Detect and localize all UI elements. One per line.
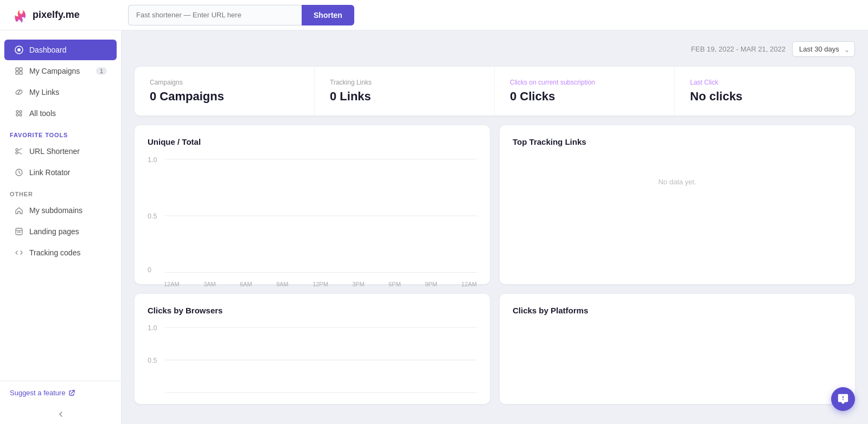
stat-clicks: Clicks on current subscription 0 Clicks (495, 67, 675, 115)
svg-point-9 (20, 114, 22, 116)
clicks-by-platforms-card: Clicks by Platforms (500, 294, 855, 404)
stat-clicks-value: 0 Clicks (510, 89, 659, 104)
stat-links-value: 0 Links (330, 89, 479, 104)
logo-icon (11, 7, 28, 24)
sidebar-item-all-tools-label: All tools (29, 109, 56, 118)
code-icon (14, 248, 24, 258)
dashboard-icon (14, 45, 24, 55)
sidebar-item-my-campaigns-label: My Campaigns (29, 67, 80, 75)
sidebar-item-tracking-codes-label: Tracking codes (29, 248, 80, 257)
shorten-button[interactable]: Shorten (302, 5, 354, 25)
svg-point-8 (16, 114, 18, 116)
app-body: Dashboard My Campaigns 1 My Links Al (0, 30, 868, 424)
sidebar-item-tracking-codes[interactable]: Tracking codes (4, 242, 117, 263)
sidebar-footer: Suggest a feature (0, 381, 121, 404)
svg-point-7 (20, 111, 22, 113)
sidebar-item-landing-pages[interactable]: Landing pages (4, 221, 117, 242)
stat-clicks-label: Clicks on current subscription (510, 79, 659, 86)
stats-row: Campaigns 0 Campaigns Tracking Links 0 L… (135, 67, 855, 115)
favorite-tools-section-label: FAVORITE TOOLS (0, 124, 121, 140)
top-tracking-links-card: Top Tracking Links No data yet. (500, 125, 855, 284)
sidebar-collapse-button[interactable] (0, 404, 121, 424)
sidebar-item-all-tools[interactable]: All tools (4, 103, 117, 124)
sidebar-item-link-rotator-label: Link Rotator (29, 168, 70, 177)
unique-total-chart-card: Unique / Total 1.0 0.5 0 (135, 125, 490, 284)
unique-total-chart: 1.0 0.5 0 12AM 3AM 6AM 9AM (148, 156, 477, 275)
charts-row-2: Clicks by Browsers 1.0 0.5 Clicks by Pla… (135, 294, 855, 404)
sidebar: Dashboard My Campaigns 1 My Links Al (0, 30, 122, 424)
other-section-label: OTHER (0, 183, 121, 200)
top-tracking-links-title: Top Tracking Links (513, 137, 842, 146)
sidebar-item-url-shortener-label: URL Shortener (29, 147, 80, 156)
chat-bubble-icon (837, 393, 849, 405)
unique-total-svg: 1.0 0.5 0 (148, 156, 477, 275)
stat-links: Tracking Links 0 Links (315, 67, 495, 115)
charts-row-1: Unique / Total 1.0 0.5 0 (135, 125, 855, 284)
x-axis-labels: 12AM 3AM 6AM 9AM 12PM 3PM 6PM 9PM 12AM (164, 278, 477, 287)
svg-rect-13 (16, 228, 22, 235)
svg-rect-3 (20, 68, 22, 70)
stat-last-click: Last Click No clicks (675, 67, 855, 115)
logo-text: pixelfy.me (33, 9, 80, 21)
chevron-left-icon (56, 410, 65, 419)
svg-rect-5 (20, 72, 22, 74)
stat-campaigns: Campaigns 0 Campaigns (135, 67, 315, 115)
logo: pixelfy.me (11, 7, 119, 24)
main-content: FEB 19, 2022 - MAR 21, 2022 Last 7 days … (122, 30, 868, 424)
campaigns-icon (14, 66, 24, 76)
svg-rect-2 (16, 68, 18, 70)
sidebar-item-dashboard[interactable]: Dashboard (4, 40, 117, 60)
sidebar-item-url-shortener[interactable]: URL Shortener (4, 141, 117, 162)
sidebar-nav: Dashboard My Campaigns 1 My Links Al (0, 30, 121, 381)
tools-icon (14, 108, 24, 118)
svg-point-6 (16, 111, 18, 113)
svg-rect-4 (16, 72, 18, 74)
stat-links-label: Tracking Links (330, 79, 479, 86)
svg-text:0.5: 0.5 (148, 212, 157, 220)
sidebar-item-landing-pages-label: Landing pages (29, 227, 79, 236)
rotator-icon (14, 168, 24, 177)
stat-last-click-value: No clicks (690, 89, 840, 104)
url-input-wrap: Shorten (128, 5, 354, 25)
date-select-wrap: Last 7 days Last 30 days Last 90 days Cu… (792, 41, 855, 57)
date-range-text: FEB 19, 2022 - MAR 21, 2022 (691, 45, 786, 53)
sidebar-item-my-links[interactable]: My Links (4, 82, 117, 102)
clicks-by-browsers-card: Clicks by Browsers 1.0 0.5 (135, 294, 490, 404)
stat-campaigns-value: 0 Campaigns (150, 89, 299, 104)
clicks-by-browsers-svg: 1.0 0.5 (148, 325, 477, 395)
topbar: pixelfy.me Shorten (0, 0, 868, 30)
svg-text:0: 0 (148, 266, 151, 274)
sidebar-item-my-subdomains[interactable]: My subdomains (4, 200, 117, 221)
date-range-select[interactable]: Last 7 days Last 30 days Last 90 days Cu… (792, 41, 855, 57)
sidebar-item-my-links-label: My Links (29, 88, 59, 97)
stat-campaigns-label: Campaigns (150, 79, 299, 86)
external-link-icon (68, 389, 75, 396)
svg-text:1.0: 1.0 (148, 325, 157, 332)
clicks-by-browsers-title: Clicks by Browsers (148, 306, 477, 315)
sidebar-item-my-campaigns[interactable]: My Campaigns 1 (4, 61, 117, 81)
stat-last-click-label: Last Click (690, 79, 840, 86)
sidebar-item-dashboard-label: Dashboard (29, 46, 67, 54)
top-tracking-links-no-data: No data yet. (513, 156, 842, 208)
svg-text:1.0: 1.0 (148, 156, 157, 164)
suggest-feature-link[interactable]: Suggest a feature (10, 389, 111, 397)
chat-bubble-button[interactable] (831, 387, 855, 411)
svg-text:0.5: 0.5 (148, 357, 157, 364)
clicks-by-browsers-chart: 1.0 0.5 (148, 325, 477, 395)
clicks-by-platforms-title: Clicks by Platforms (513, 306, 842, 315)
scissors-icon (14, 146, 24, 156)
svg-point-1 (17, 48, 21, 52)
home-icon (14, 205, 24, 215)
landing-icon (14, 227, 24, 236)
campaigns-badge: 1 (96, 67, 107, 75)
date-bar: FEB 19, 2022 - MAR 21, 2022 Last 7 days … (135, 41, 855, 57)
unique-total-chart-title: Unique / Total (148, 137, 477, 146)
url-input[interactable] (128, 5, 302, 25)
sidebar-item-link-rotator[interactable]: Link Rotator (4, 162, 117, 183)
suggest-feature-label: Suggest a feature (10, 389, 66, 397)
sidebar-item-my-subdomains-label: My subdomains (29, 206, 82, 215)
links-icon (14, 87, 24, 97)
